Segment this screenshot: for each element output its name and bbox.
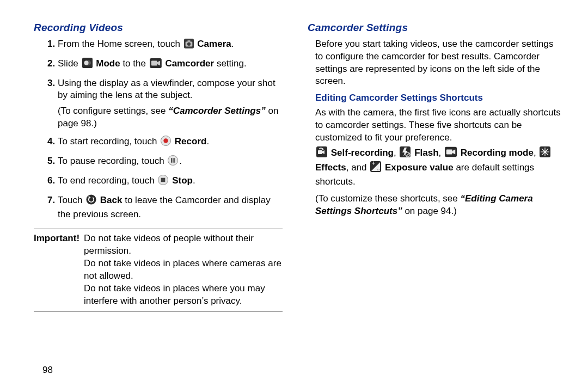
recording-mode-icon <box>445 146 457 161</box>
step-6: To end recording, touch Stop. <box>58 175 283 189</box>
step-7-back-label: Back <box>100 195 122 205</box>
self-recording-icon <box>316 146 327 161</box>
svg-rect-8 <box>151 60 157 65</box>
subheading-editing-shortcuts: Editing Camcorder Settings Shortcuts <box>315 92 562 105</box>
step-2-mode-label: Mode <box>96 58 120 69</box>
step-4-text-a: To start recording, touch <box>58 136 160 146</box>
heading-camcorder-settings: Camcorder Settings <box>308 21 562 35</box>
step-2-text-c: to the <box>122 58 148 69</box>
step-3-note-a: (To configure settings, see <box>58 106 168 116</box>
svg-rect-13 <box>171 158 173 163</box>
step-4-text-c: . <box>206 136 209 146</box>
step-3: Using the display as a viewfinder, compo… <box>58 77 283 131</box>
step-3-note-link: “Camcorder Settings” <box>168 106 266 116</box>
svg-text:0.0: 0.0 <box>377 168 381 171</box>
record-icon <box>161 136 171 150</box>
label-flash: Flash <box>414 148 438 158</box>
step-7: Touch Back to leave the Camcorder and di… <box>58 194 283 221</box>
svg-point-3 <box>187 42 191 45</box>
svg-point-6 <box>84 60 88 65</box>
step-2-camcorder-label: Camcorder <box>165 58 214 69</box>
camcorder-icon <box>150 58 162 72</box>
step-1-camera-label: Camera <box>197 39 231 49</box>
steps-list: From the Home screen, touch Camera. Slid… <box>34 38 283 221</box>
step-3-text: Using the display as a viewfinder, compo… <box>58 78 275 101</box>
important-line-3: Do not take videos in places where you m… <box>84 283 283 308</box>
step-1-text-c: . <box>231 39 234 49</box>
label-effects: Effects <box>315 162 346 173</box>
right-column: Camcorder Settings Before you start taki… <box>308 21 562 315</box>
svg-rect-28 <box>446 150 452 155</box>
svg-point-12 <box>168 156 178 166</box>
svg-rect-16 <box>161 178 166 182</box>
step-4: To start recording, touch Record. <box>58 136 283 150</box>
step-1-text-a: From the Home screen, touch <box>58 39 183 49</box>
step-2-text-e: setting. <box>217 58 247 69</box>
important-line-2: Do not take videos in places where camer… <box>84 258 283 283</box>
step-7-text-a: Touch <box>58 195 85 205</box>
important-body: Do not take videos of people without the… <box>84 232 283 308</box>
step-2: Slide Mode to the Camcorder setting. <box>58 58 283 72</box>
svg-point-11 <box>163 139 168 143</box>
exposure-value-icon: 0.0 <box>370 161 381 176</box>
customize-note-c: on page 94.) <box>402 206 457 216</box>
step-5-end: . <box>179 156 182 166</box>
back-icon <box>86 194 96 209</box>
step-5-text: To pause recording, touch <box>58 156 167 166</box>
step-6-text-a: To end recording, touch <box>58 175 157 186</box>
shortcut-intro-paragraph: As with the camera, the first five icons… <box>315 107 562 144</box>
label-recording-mode: Recording mode <box>461 148 534 158</box>
svg-rect-39 <box>373 162 374 165</box>
svg-rect-2 <box>187 40 190 42</box>
important-line-1: Do not take videos of people without the… <box>84 232 283 258</box>
label-self-recording: Self-recording <box>331 148 394 158</box>
svg-rect-14 <box>174 158 175 163</box>
manual-page: Recording Videos From the Home screen, t… <box>0 0 588 315</box>
step-4-record-label: Record <box>175 136 207 146</box>
pause-icon <box>168 155 178 169</box>
flash-icon <box>400 146 411 161</box>
svg-rect-20 <box>318 150 322 154</box>
label-exposure-value: Exposure value <box>385 162 454 173</box>
step-1: From the Home screen, touch Camera. <box>58 38 283 52</box>
step-2-text-a: Slide <box>58 58 81 69</box>
divider-top <box>34 229 283 229</box>
mode-slider-icon <box>82 58 93 72</box>
customize-note-a: (To customize these shortcuts, see <box>315 193 460 204</box>
camera-icon <box>184 39 194 52</box>
text-and: , and <box>346 162 370 173</box>
heading-recording-videos: Recording Videos <box>34 21 283 35</box>
shortcut-icons-paragraph: Self-recording, Flash, Recording mode, E… <box>315 146 562 188</box>
effects-icon <box>540 146 550 161</box>
customize-note: (To customize these shortcuts, see “Edit… <box>315 193 562 218</box>
page-number: 98 <box>42 364 53 377</box>
right-body: Before you start taking videos, use the … <box>308 38 562 218</box>
svg-point-35 <box>544 151 546 153</box>
divider-bottom <box>34 311 283 311</box>
stop-icon <box>158 175 168 189</box>
important-label: Important! <box>34 232 79 308</box>
left-column: Recording Videos From the Home screen, t… <box>34 21 283 315</box>
step-6-stop-label: Stop <box>172 175 193 186</box>
step-6-text-c: . <box>193 175 195 186</box>
step-5: To pause recording, touch . <box>58 155 283 169</box>
important-block: Important! Do not take videos of people … <box>34 232 283 308</box>
svg-point-17 <box>87 195 96 205</box>
intro-paragraph: Before you start taking videos, use the … <box>315 38 562 88</box>
